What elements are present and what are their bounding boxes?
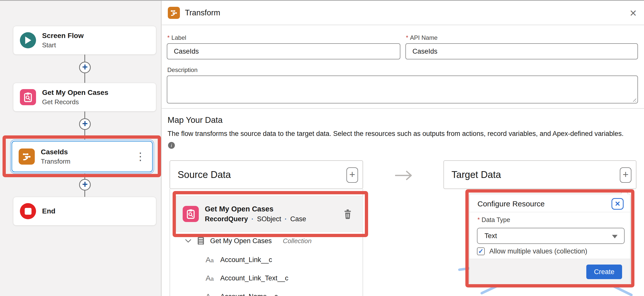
end-stop-icon bbox=[20, 203, 36, 219]
add-target-data-button[interactable]: + bbox=[620, 167, 631, 183]
target-data-panel-header: Target Data + bbox=[443, 160, 636, 189]
source-tree-root[interactable]: Get My Open Cases Collection bbox=[185, 236, 312, 246]
source-data-panel-header: Source Data + bbox=[170, 160, 363, 189]
node-get-records-title: Get My Open Cases bbox=[42, 89, 108, 97]
source-resource-type: RecordQuery bbox=[205, 215, 248, 223]
text-field-icon: Aa bbox=[206, 274, 214, 282]
node-end-title: End bbox=[42, 207, 55, 215]
panel-title: Transform bbox=[185, 8, 220, 17]
node-start-subtitle: Start bbox=[42, 41, 84, 49]
close-icon: ✕ bbox=[615, 200, 621, 208]
source-field-row[interactable]: Aa Account_Link_Text__c bbox=[206, 273, 288, 284]
allow-multiple-row: ✓ Allow multiple values (collection) bbox=[477, 247, 587, 255]
required-asterisk: * bbox=[167, 34, 170, 41]
plus-icon: + bbox=[82, 179, 88, 189]
description-field-label: Description bbox=[167, 66, 198, 73]
api-name-input[interactable]: CaseIds bbox=[405, 43, 638, 59]
map-your-data-description: The flow transforms the source data to t… bbox=[168, 130, 636, 138]
node-transform-selected[interactable]: CaseIds Transform ⋮ bbox=[12, 141, 153, 172]
window-top-border bbox=[0, 0, 644, 1]
popup-divider bbox=[469, 212, 630, 212]
section-divider bbox=[162, 108, 644, 109]
text-field-icon: Aa bbox=[206, 292, 214, 296]
source-tree-root-badge: Collection bbox=[283, 237, 312, 245]
plus-icon: + bbox=[349, 169, 355, 180]
create-button[interactable]: Create bbox=[586, 265, 622, 279]
collection-icon bbox=[197, 236, 205, 245]
get-records-icon bbox=[20, 89, 36, 105]
allow-multiple-checkbox[interactable]: ✓ bbox=[477, 247, 485, 255]
popup-footer: Create bbox=[469, 259, 630, 284]
required-asterisk: * bbox=[406, 34, 408, 41]
source-resource-title: Get My Open Cases bbox=[205, 205, 306, 213]
source-resource-row[interactable]: Get My Open Cases RecordQuery · SObject … bbox=[176, 196, 363, 232]
dropdown-arrow-icon bbox=[612, 235, 618, 238]
add-source-data-button[interactable]: + bbox=[346, 167, 358, 183]
label-input[interactable]: CaseIds bbox=[167, 43, 400, 59]
source-data-title: Source Data bbox=[178, 169, 231, 180]
popup-close-button[interactable]: ✕ bbox=[611, 198, 624, 210]
data-type-select[interactable]: Text bbox=[477, 228, 625, 244]
source-resource-object: SObject bbox=[257, 215, 281, 223]
add-element-button-3[interactable]: + bbox=[79, 179, 91, 191]
node-transform-title: CaseIds bbox=[41, 148, 71, 156]
plus-icon: + bbox=[82, 62, 88, 72]
source-field-row[interactable]: Aa Account_Link__c bbox=[206, 254, 272, 265]
map-your-data-heading: Map Your Data bbox=[168, 115, 222, 125]
label-field-label: * Label bbox=[167, 34, 186, 41]
info-icon[interactable]: i bbox=[168, 142, 175, 149]
target-data-title: Target Data bbox=[452, 169, 501, 180]
node-start[interactable]: Screen Flow Start bbox=[13, 26, 156, 55]
chevron-down-icon[interactable] bbox=[185, 239, 191, 243]
plus-icon: + bbox=[82, 119, 88, 128]
add-element-button-2[interactable]: + bbox=[79, 118, 91, 130]
node-get-records-subtitle: Get Records bbox=[42, 98, 108, 106]
description-textarea[interactable] bbox=[167, 76, 638, 103]
map-arrow-icon bbox=[395, 170, 414, 181]
required-asterisk: * bbox=[477, 216, 480, 224]
source-tree-root-label: Get My Open Cases bbox=[210, 237, 272, 245]
panel-header-divider bbox=[162, 25, 644, 25]
allow-multiple-label: Allow multiple values (collection) bbox=[489, 247, 587, 255]
node-end[interactable]: End bbox=[13, 197, 156, 226]
node-menu-kebab-icon[interactable]: ⋮ bbox=[135, 151, 146, 162]
node-start-title: Screen Flow bbox=[42, 32, 84, 40]
add-element-button-1[interactable]: + bbox=[79, 62, 91, 73]
api-name-field-label: * API Name bbox=[406, 34, 438, 41]
transform-icon bbox=[19, 149, 35, 165]
plus-icon: + bbox=[623, 169, 628, 180]
source-field-row[interactable]: Aa Account_Name__c bbox=[206, 291, 278, 296]
resize-grip-icon[interactable] bbox=[632, 97, 636, 102]
flow-builder-screen: Screen Flow Start + Get My Open Cases Ge… bbox=[0, 0, 644, 296]
text-field-icon: Aa bbox=[206, 255, 214, 264]
delete-trash-icon[interactable] bbox=[343, 208, 352, 219]
configure-resource-title: Configure Resource bbox=[477, 200, 545, 208]
panel-close-icon[interactable]: ✕ bbox=[629, 8, 637, 19]
check-icon: ✓ bbox=[478, 247, 484, 255]
configure-resource-popup: Configure Resource ✕ * Data Type Text ✓ … bbox=[469, 194, 630, 284]
data-type-label: * Data Type bbox=[477, 216, 510, 224]
source-resource-entity: Case bbox=[290, 215, 306, 223]
panel-transform-icon bbox=[168, 7, 180, 19]
get-records-icon bbox=[183, 206, 199, 222]
node-transform-subtitle: Transform bbox=[41, 158, 71, 165]
start-play-icon bbox=[20, 32, 36, 48]
node-get-records[interactable]: Get My Open Cases Get Records bbox=[13, 83, 156, 112]
